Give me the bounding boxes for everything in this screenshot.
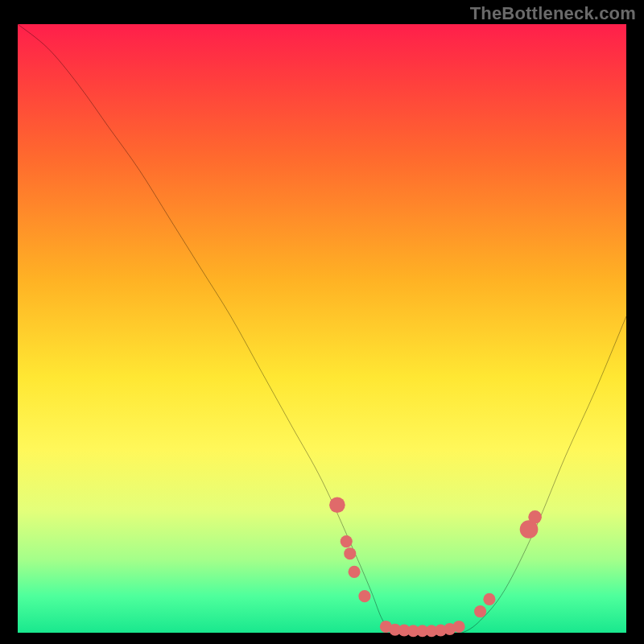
plot-area — [18, 24, 626, 633]
data-marker — [344, 547, 356, 559]
marker-group — [329, 497, 542, 637]
data-marker — [474, 605, 486, 617]
data-marker — [528, 510, 542, 524]
data-marker — [329, 497, 345, 513]
data-marker — [358, 590, 370, 602]
data-marker — [483, 593, 495, 605]
data-marker — [349, 566, 361, 578]
bottleneck-curve-path — [18, 24, 626, 634]
data-marker — [453, 621, 465, 633]
chart-frame: TheBottleneck.com — [0, 0, 644, 644]
bottleneck-curve-svg — [18, 24, 626, 633]
watermark-text: TheBottleneck.com — [470, 3, 636, 24]
data-marker — [341, 535, 353, 547]
